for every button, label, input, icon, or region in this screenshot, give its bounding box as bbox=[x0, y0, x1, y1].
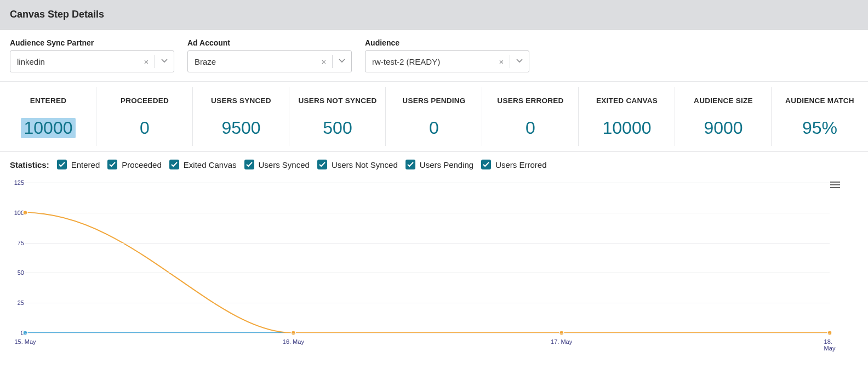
checkbox-entered[interactable]: Entered bbox=[57, 160, 100, 169]
metric-label: ENTERED bbox=[4, 92, 92, 110]
chart-menu-button[interactable] bbox=[827, 177, 843, 192]
filter-partner-label: Audience Sync Partner bbox=[10, 38, 174, 47]
checkbox-icon bbox=[317, 160, 327, 169]
chart-ytick: 125 bbox=[14, 179, 24, 186]
chart-ytick: 75 bbox=[18, 240, 24, 246]
chart-xtick: 15. May bbox=[14, 338, 36, 345]
metric-value: 10000 bbox=[21, 118, 76, 138]
clear-icon[interactable]: × bbox=[138, 57, 155, 66]
filter-audience-select[interactable]: rw-test-2 (READY) × bbox=[365, 50, 529, 72]
chevron-down-icon[interactable] bbox=[155, 56, 174, 66]
checkbox-label: Proceeded bbox=[122, 160, 162, 169]
metric-label: USERS NOT SYNCED bbox=[294, 92, 381, 110]
chevron-down-icon[interactable] bbox=[333, 56, 351, 66]
checkbox-label: Entered bbox=[71, 160, 100, 169]
metric-label: USERS SYNCED bbox=[197, 92, 285, 110]
checkbox-users-synced[interactable]: Users Synced bbox=[244, 160, 310, 169]
checkbox-icon bbox=[107, 160, 117, 169]
filter-account-select[interactable]: Braze × bbox=[187, 50, 352, 72]
checkbox-label: Users Synced bbox=[259, 160, 310, 169]
metric-value: 9000 bbox=[679, 118, 767, 138]
statistics-label: Statistics: bbox=[10, 160, 49, 169]
metric-value: 500 bbox=[294, 118, 381, 138]
statistics-row: Statistics: Entered Proceeded Exited Can… bbox=[0, 152, 868, 173]
checkbox-label: Users Errored bbox=[495, 160, 546, 169]
metric-label: AUDIENCE MATCH bbox=[776, 92, 864, 110]
clear-icon[interactable]: × bbox=[493, 57, 510, 66]
filters-row: Audience Sync Partner linkedin × Ad Acco… bbox=[0, 30, 868, 78]
chart-plot bbox=[25, 183, 830, 333]
checkbox-icon bbox=[169, 160, 179, 169]
chart-svg bbox=[25, 183, 830, 333]
metric-label: PROCEEDED bbox=[101, 92, 189, 110]
filter-partner-value: linkedin bbox=[10, 57, 138, 66]
metric-value: 0 bbox=[101, 118, 189, 138]
chart-ytick: 25 bbox=[18, 299, 24, 306]
filter-audience-label: Audience bbox=[365, 38, 529, 47]
metric-label: AUDIENCE SIZE bbox=[679, 92, 767, 110]
metric-value: 95% bbox=[776, 118, 864, 138]
checkbox-exited-canvas[interactable]: Exited Canvas bbox=[169, 160, 237, 169]
page-title: Canvas Step Details bbox=[10, 9, 104, 20]
checkbox-icon bbox=[406, 160, 415, 169]
checkbox-proceeded[interactable]: Proceeded bbox=[107, 160, 162, 169]
metric-users-errored[interactable]: USERS ERRORED 0 bbox=[482, 82, 579, 151]
metric-exited-canvas[interactable]: EXITED CANVAS 10000 bbox=[579, 82, 675, 151]
chevron-down-icon[interactable] bbox=[510, 56, 529, 66]
filter-audience-value: rw-test-2 (READY) bbox=[366, 57, 493, 66]
filter-audience-group: Audience rw-test-2 (READY) × bbox=[365, 38, 529, 72]
metric-value: 0 bbox=[390, 118, 478, 138]
metric-users-not-synced[interactable]: USERS NOT SYNCED 500 bbox=[289, 82, 386, 151]
checkbox-icon bbox=[244, 160, 254, 169]
metric-audience-match[interactable]: AUDIENCE MATCH 95% bbox=[772, 82, 868, 151]
metric-entered[interactable]: ENTERED 10000 bbox=[0, 82, 96, 151]
checkbox-users-errored[interactable]: Users Errored bbox=[481, 160, 546, 169]
metric-proceeded[interactable]: PROCEEDED 0 bbox=[96, 82, 193, 151]
filter-account-label: Ad Account bbox=[187, 38, 352, 47]
filter-account-group: Ad Account Braze × bbox=[187, 38, 352, 72]
metric-value: 9500 bbox=[197, 118, 285, 138]
chart-xaxis: 15. May16. May17. May18. May bbox=[25, 335, 830, 347]
metrics-row: ENTERED 10000 PROCEEDED 0 USERS SYNCED 9… bbox=[0, 81, 868, 152]
metric-users-synced[interactable]: USERS SYNCED 9500 bbox=[193, 82, 289, 151]
chart-yaxis: 0255075100125 bbox=[8, 183, 24, 333]
metric-users-pending[interactable]: USERS PENDING 0 bbox=[386, 82, 482, 151]
checkbox-label: Exited Canvas bbox=[184, 160, 237, 169]
clear-icon[interactable]: × bbox=[316, 57, 332, 66]
metric-label: USERS ERRORED bbox=[487, 92, 574, 110]
checkbox-label: Users Pending bbox=[420, 160, 473, 169]
checkbox-users-not-synced[interactable]: Users Not Synced bbox=[317, 160, 398, 169]
chart-area: 0255075100125 15. May16. May17. May18. M… bbox=[25, 183, 830, 347]
checkbox-label: Users Not Synced bbox=[332, 160, 398, 169]
metric-value: 10000 bbox=[583, 118, 671, 138]
chart-xtick: 16. May bbox=[283, 338, 304, 345]
filter-account-value: Braze bbox=[188, 57, 316, 66]
metric-value: 0 bbox=[487, 118, 574, 138]
chart-xtick: 17. May bbox=[551, 338, 572, 345]
checkbox-icon bbox=[481, 160, 491, 169]
metric-label: USERS PENDING bbox=[390, 92, 478, 110]
checkbox-users-pending[interactable]: Users Pending bbox=[406, 160, 473, 169]
metric-audience-size[interactable]: AUDIENCE SIZE 9000 bbox=[675, 82, 772, 151]
filter-partner-group: Audience Sync Partner linkedin × bbox=[10, 38, 174, 72]
checkbox-icon bbox=[57, 160, 67, 169]
chart-ytick: 100 bbox=[14, 210, 24, 216]
chart-xtick: 18. May bbox=[824, 338, 836, 352]
metric-label: EXITED CANVAS bbox=[583, 92, 671, 110]
filter-partner-select[interactable]: linkedin × bbox=[10, 50, 174, 72]
chart-ytick: 50 bbox=[18, 269, 24, 276]
page-header: Canvas Step Details bbox=[0, 0, 868, 30]
